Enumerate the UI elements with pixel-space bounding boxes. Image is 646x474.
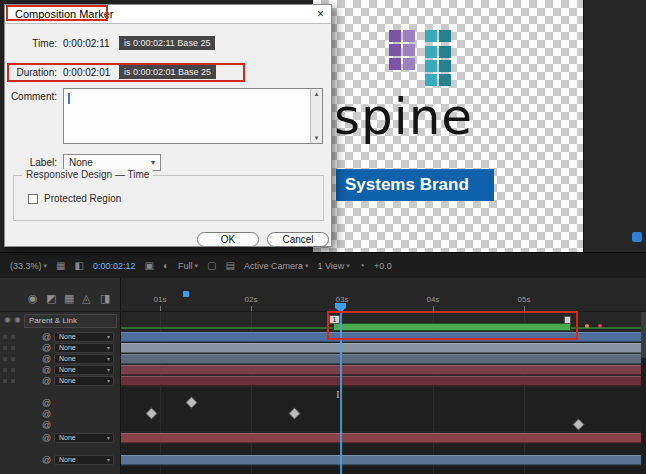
pickwhip-icon[interactable]: @ — [42, 376, 51, 386]
motion-blur-icon[interactable]: ◨ — [100, 292, 110, 305]
pickwhip-icon[interactable]: @ — [42, 420, 51, 430]
ruler-label: 05s — [511, 295, 537, 304]
responsive-design-group: Responsive Design — Time Protected Regio… — [13, 175, 324, 221]
divider — [0, 311, 646, 312]
comment-textarea[interactable]: ▲ ▼ — [63, 88, 323, 144]
dialog-title-bar: Composition Marker × — [5, 5, 331, 24]
time-info-badge: is 0:00:02:11 Base 25 — [119, 36, 215, 50]
pickwhip-icon[interactable]: @ — [42, 398, 51, 408]
protected-region-label: Protected Region — [44, 193, 121, 204]
comment-scrollbar[interactable]: ▲ ▼ — [310, 89, 322, 143]
parent-dropdown[interactable]: None ▾ — [54, 332, 114, 342]
parent-dropdown[interactable]: None ▾ — [54, 354, 114, 364]
duration-info-badge: is 0:00:02:01 Base 25 — [119, 65, 216, 79]
chevron-down-icon: ▾ — [107, 344, 110, 352]
ok-button[interactable]: OK — [197, 232, 259, 247]
pickwhip-icon[interactable]: @ — [42, 365, 51, 375]
layer-switch[interactable] — [3, 368, 7, 372]
camera-select[interactable]: Active Camera ▾ — [244, 261, 309, 271]
pickwhip-icon[interactable]: @ — [42, 433, 51, 443]
layer-bar[interactable] — [121, 343, 646, 353]
chevron-down-icon: ▾ — [346, 262, 350, 270]
scroll-up-icon[interactable]: ▲ — [314, 91, 320, 97]
region-of-interest-icon[interactable]: ▢ — [207, 260, 216, 271]
transparency-grid-icon[interactable]: ▤ — [225, 260, 234, 271]
logo-mosaic-square — [425, 30, 437, 42]
exposure-value[interactable]: +0.0 — [374, 261, 392, 271]
camera-value: Active Camera — [244, 261, 303, 271]
parent-dropdown[interactable]: None ▾ — [54, 455, 114, 465]
logo-mosaic-square — [389, 44, 401, 56]
bottom-band — [121, 466, 646, 474]
after-effects-window: spine Systems Brand Composition Marker ×… — [0, 0, 646, 474]
chevron-down-icon: ▾ — [107, 434, 110, 442]
pixel-aspect-icon[interactable]: ◧ — [74, 260, 83, 271]
ruler-marker[interactable] — [183, 291, 189, 297]
layer-bar[interactable] — [121, 376, 646, 386]
frame-blend-icon[interactable]: ◬ — [82, 292, 90, 305]
marker-flag[interactable]: 1 — [329, 315, 340, 324]
layer-bar[interactable] — [121, 332, 646, 342]
logo-mosaic-square — [425, 60, 437, 72]
layer-switch[interactable] — [3, 357, 7, 361]
layer-switch[interactable] — [3, 379, 7, 383]
label-column-icon: ◉ — [14, 315, 21, 324]
parent-dropdown-value: None — [59, 355, 76, 363]
chevron-down-icon: ▾ — [107, 366, 110, 374]
timeline-scrollbar-thumb[interactable] — [641, 312, 646, 358]
timecode-display[interactable]: 0:00:02:12 — [93, 261, 136, 271]
composition-marker-dialog: Composition Marker × Time: 0:00:02:11 is… — [4, 4, 332, 247]
parent-dropdown[interactable]: None ▾ — [54, 376, 114, 386]
channels-icon[interactable]: ◐ — [163, 260, 169, 271]
flowchart-icon[interactable]: ◉ — [28, 292, 38, 305]
time-value[interactable]: 0:00:02:11 — [63, 38, 110, 49]
brand-bar-text: Systems Brand — [345, 175, 469, 194]
pickwhip-icon[interactable]: @ — [42, 343, 51, 353]
layer-switch[interactable] — [11, 368, 15, 372]
layer-switch[interactable] — [11, 335, 15, 339]
snapshot-icon[interactable]: ▣ — [144, 260, 153, 271]
logo-mosaic-square — [425, 46, 437, 58]
layer-bar[interactable] — [121, 433, 646, 443]
layer-switch[interactable] — [3, 335, 7, 339]
view-layout-select[interactable]: 1 View ▾ — [317, 261, 349, 271]
composition-marker-duration-bar[interactable] — [333, 323, 571, 331]
pickwhip-icon[interactable]: @ — [42, 409, 51, 419]
close-icon[interactable]: × — [317, 7, 324, 21]
magnification-value: (33.3%) — [10, 261, 42, 271]
parent-dropdown[interactable]: None ▾ — [54, 343, 114, 353]
resolution-select[interactable]: Full ▾ — [178, 261, 198, 271]
layer-bar[interactable] — [121, 365, 646, 375]
layer-switch[interactable] — [11, 357, 15, 361]
magnification-select[interactable]: (33.3%) ▾ — [10, 261, 47, 271]
draft-3d-icon[interactable]: ◩ — [46, 292, 56, 305]
parent-dropdown[interactable]: None ▾ — [54, 365, 114, 375]
layer-bar[interactable] — [121, 354, 646, 364]
ruler-label: 03s — [329, 295, 355, 304]
layer-switch[interactable] — [11, 346, 15, 350]
pickwhip-icon[interactable]: @ — [42, 455, 51, 465]
chevron-down-icon: ▾ — [107, 333, 110, 341]
pickwhip-icon[interactable]: @ — [42, 354, 51, 364]
property-rows-band — [121, 387, 646, 431]
chevron-down-icon: ▾ — [44, 262, 48, 270]
duration-value[interactable]: 0:00:02:01 — [63, 67, 110, 78]
logo-mosaic-square — [439, 60, 451, 72]
pickwhip-icon[interactable]: @ — [42, 332, 51, 342]
cancel-button[interactable]: Cancel — [267, 232, 329, 247]
layer-bar[interactable] — [121, 455, 646, 465]
exposure-gauge-icon[interactable]: ◔ — [359, 260, 365, 271]
parent-dropdown[interactable]: None ▾ — [54, 433, 114, 443]
time-label: Time: — [5, 38, 57, 49]
scroll-down-icon[interactable]: ▼ — [314, 135, 320, 141]
panel-indicator-icon[interactable] — [632, 232, 642, 242]
marker-end-handle[interactable] — [564, 316, 571, 324]
shy-layers-icon[interactable]: ▦ — [64, 292, 74, 305]
grid-guides-icon[interactable]: ▦ — [56, 260, 65, 271]
layer-switch[interactable] — [3, 346, 7, 350]
logo-mosaic-square — [389, 30, 401, 42]
view-layout-value: 1 View — [317, 261, 344, 271]
layer-switch[interactable] — [11, 379, 15, 383]
protected-region-checkbox[interactable] — [28, 194, 38, 204]
current-time-indicator[interactable] — [340, 311, 342, 474]
